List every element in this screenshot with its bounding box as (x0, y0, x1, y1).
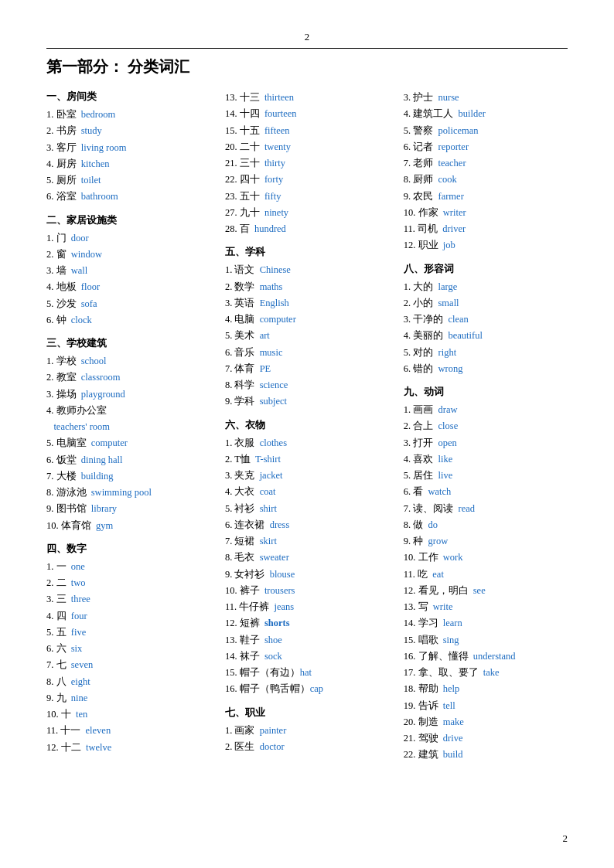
list-item: 8. 八 eight (46, 674, 219, 690)
list-item: 5. 居住 live (404, 468, 568, 484)
list-item: 20. 二十 twenty (225, 139, 397, 155)
list-item: 22. 建筑 build (404, 747, 568, 763)
list-item: 7. 七 seven (46, 657, 219, 673)
list-item: 2. 数学 maths (225, 279, 397, 295)
list-item: 14. 学习 learn (404, 615, 568, 631)
list-item: 28. 百 hundred (225, 221, 397, 237)
col1: 一、房间类 1. 卧室 bedroom 2. 书房 study 3. 客厅 li… (46, 90, 225, 764)
list-item: 3. 打开 open (404, 435, 568, 451)
section-title-adjectives: 八、形容词 (404, 262, 568, 276)
list-item: 1. 画画 draw (404, 402, 568, 418)
list-item: 6. 六 six (46, 641, 219, 657)
list-item: 13. 鞋子 shoe (225, 632, 397, 648)
list-item: 9. 图书馆 library (46, 501, 219, 517)
list-item: 3. 客厅 living room (46, 140, 219, 156)
list-item: 2. 教室 classroom (46, 369, 219, 386)
list-item: 5. 沙发 sofa (46, 296, 219, 312)
list-item: 4. 建筑工人 builder (404, 106, 568, 122)
list-item: 11. 十一 eleven (46, 723, 219, 739)
list-item: 4. 教师办公室 (46, 403, 219, 419)
list-item: 7. 读、阅读 read (404, 501, 568, 517)
list-item: 4. 大衣 coat (225, 484, 397, 500)
section-title-rooms: 一、房间类 (46, 90, 219, 104)
list-item: 17. 拿、取、要了 take (404, 665, 568, 681)
page-number-top: 2 (46, 31, 568, 49)
list-item: 8. 毛衣 sweater (225, 550, 397, 566)
list-item: 3. 三 three (46, 591, 219, 608)
list-item: 1. 一 one (46, 559, 219, 575)
list-item: 5. 电脑室 computer (46, 435, 219, 451)
section-title-numbers: 四、数字 (46, 542, 219, 556)
list-item: 15. 十五 fifteen (225, 123, 397, 139)
list-item: 8. 做 do (404, 517, 568, 533)
list-item: teachers' room (46, 419, 219, 435)
list-item: 5. 衬衫 shirt (225, 501, 397, 517)
list-item: 12. 看见，明白 see (404, 583, 568, 599)
list-item: 3. 护士 nurse (404, 90, 568, 106)
list-item: 2. 医生 doctor (225, 739, 397, 755)
list-item: 18. 帮助 help (404, 681, 568, 697)
list-item: 11. 司机 driver (404, 221, 568, 237)
list-item: 4. 四 four (46, 608, 219, 625)
list-item: 14. 袜子 sock (225, 648, 397, 665)
list-item: 4. 美丽的 beautiful (404, 328, 568, 344)
list-item: 27. 九十 ninety (225, 205, 397, 221)
list-item: 2. 小的 small (404, 295, 568, 311)
list-item: 12. 短裤 shorts (225, 615, 397, 631)
list-item: 6. 错的 wrong (404, 361, 568, 377)
list-item: 7. 体育 PE (225, 361, 397, 377)
list-item: 9. 九 nine (46, 690, 219, 706)
list-item: 11. 吃 eat (404, 567, 568, 583)
list-item: 1. 语文 Chinese (225, 262, 397, 278)
list-item: 10. 体育馆 gym (46, 518, 219, 534)
list-item: 4. 厨房 kitchen (46, 156, 219, 172)
list-item: 5. 对的 right (404, 345, 568, 361)
section-title-furniture: 二、家居设施类 (46, 213, 219, 227)
list-item: 4. 地板 floor (46, 279, 219, 295)
list-item: 9. 种 grow (404, 533, 568, 550)
list-item: 6. 浴室 bathroom (46, 189, 219, 205)
list-item: 11. 牛仔裤 jeans (225, 599, 397, 615)
list-item: 5. 厕所 toilet (46, 172, 219, 189)
list-item: 15. 唱歌 sing (404, 632, 568, 648)
col3: 3. 护士 nurse 4. 建筑工人 builder 5. 警察 police… (404, 90, 568, 764)
list-item: 8. 厨师 cook (404, 172, 568, 188)
list-item: 5. 警察 policeman (404, 123, 568, 139)
list-item: 15. 帽子（有边）hat (225, 665, 397, 681)
list-item: 7. 大楼 building (46, 468, 219, 485)
section-title-clothing: 六、衣物 (225, 418, 397, 432)
list-item: 10. 裤子 trousers (225, 583, 397, 599)
list-item: 22. 四十 forty (225, 172, 397, 188)
list-item: 6. 音乐 music (225, 345, 397, 361)
list-item: 5. 五 five (46, 625, 219, 641)
list-item: 1. 门 door (46, 230, 219, 247)
section-title-subjects: 五、学科 (225, 245, 397, 259)
list-item: 4. 喜欢 like (404, 451, 568, 468)
list-item: 2. 窗 window (46, 247, 219, 263)
list-item: 21. 驾驶 drive (404, 730, 568, 747)
list-item: 20. 制造 make (404, 714, 568, 730)
list-item: 8. 科学 science (225, 377, 397, 393)
list-item: 6. 记者 reporter (404, 139, 568, 155)
section-title-verbs: 九、动词 (404, 385, 568, 399)
main-title: 第一部分： 分类词汇 (46, 56, 568, 77)
page: 2 第一部分： 分类词汇 一、房间类 1. 卧室 bedroom 2. 书房 s… (0, 0, 614, 868)
list-item: 3. 墙 wall (46, 263, 219, 279)
list-item: 6. 看 watch (404, 484, 568, 500)
list-item: 7. 短裙 skirt (225, 533, 397, 550)
list-item: 6. 饭堂 dining hall (46, 452, 219, 468)
list-item: 1. 学校 school (46, 353, 219, 369)
list-item: 6. 钟 clock (46, 312, 219, 328)
list-item: 3. 英语 English (225, 295, 397, 311)
list-item: 10. 十 ten (46, 706, 219, 723)
list-item: 9. 农民 farmer (404, 189, 568, 205)
list-item: 1. 衣服 clothes (225, 435, 397, 451)
list-item: 2. 二 two (46, 575, 219, 591)
list-item: 14. 十四 fourteen (225, 106, 397, 122)
list-item: 4. 电脑 computer (225, 311, 397, 328)
list-item: 2. T恤 T-shirt (225, 451, 397, 468)
list-item: 9. 学科 subject (225, 393, 397, 410)
list-item: 3. 夹克 jacket (225, 468, 397, 484)
section-title-school: 三、学校建筑 (46, 336, 219, 350)
list-item: 9. 女衬衫 blouse (225, 567, 397, 583)
